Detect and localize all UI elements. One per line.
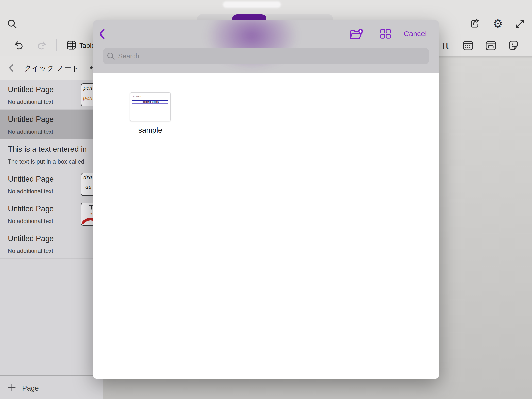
search-icon — [107, 52, 115, 60]
keyboard-icon[interactable] — [463, 41, 473, 50]
page-row-subtitle: No additional text — [8, 248, 53, 254]
toolbar-divider — [56, 39, 57, 51]
page-row[interactable]: Untitled Page No additional text pen pen — [0, 80, 103, 110]
notebook-title: クイック ノート — [24, 64, 79, 73]
page-row-selected[interactable]: Untitled Page No additional text — [0, 110, 103, 139]
document-date: 2021/09/21 — [133, 96, 141, 97]
table-icon — [67, 40, 76, 51]
page-row[interactable]: Untitled Page No additional text — [0, 199, 103, 229]
document-rule-line — [132, 103, 168, 104]
notebook-header: クイック ノート — [0, 62, 103, 75]
share-icon[interactable] — [469, 18, 480, 29]
settings-gear-icon[interactable]: ⚙ — [492, 18, 504, 30]
undo-icon[interactable] — [14, 40, 24, 50]
page-row-subtitle: No additional text — [8, 188, 53, 195]
page-row-title: Untitled Page — [8, 175, 54, 183]
handwriting-text: pen — [83, 94, 93, 101]
cancel-button[interactable]: Cancel — [404, 30, 427, 38]
page-row-subtitle: No additional text — [8, 218, 53, 225]
file-picker-header: Cancel — [93, 20, 439, 73]
search-field[interactable] — [103, 48, 429, 64]
page-row-subtitle: The text is put in a box called — [8, 158, 84, 165]
sidebar-separator-bottom — [0, 375, 103, 376]
document-heading: Projectile Motion — [130, 101, 170, 103]
page-row[interactable]: Untitled Page No additional text — [0, 229, 103, 259]
redo-icon[interactable] — [36, 40, 47, 50]
add-page-label: Page — [22, 384, 39, 392]
page-row-subtitle: No additional text — [8, 99, 53, 105]
file-picker-body: 2021/09/21 Projectile Motion sample — [93, 73, 439, 379]
handwriting-text: dra — [83, 174, 92, 181]
page-row[interactable]: This is a text entered in The text is pu… — [0, 139, 103, 169]
handwriting-text: au — [85, 183, 92, 190]
back-chevron-icon[interactable] — [8, 64, 14, 73]
grid-view-icon[interactable] — [380, 29, 391, 40]
file-item-sample[interactable]: 2021/09/21 Projectile Motion sample — [130, 92, 171, 134]
page-row-title: Untitled Page — [8, 115, 54, 124]
search-input[interactable] — [118, 52, 429, 60]
page-row-title: Untitled Page — [8, 204, 54, 213]
document-thumbnail: 2021/09/21 Projectile Motion — [130, 92, 171, 121]
cards-panel-icon[interactable] — [486, 41, 496, 50]
plus-icon — [8, 384, 16, 393]
page-list: Untitled Page No additional text pen pen… — [0, 80, 103, 259]
page-row-title: This is a text entered in — [8, 145, 87, 154]
handwriting-text: pen — [83, 84, 92, 91]
background-page-top — [223, 1, 281, 8]
new-folder-icon[interactable] — [349, 28, 363, 41]
file-name-label: sample — [130, 126, 171, 134]
page-row[interactable]: Untitled Page No additional text dra au — [0, 169, 103, 199]
expand-icon[interactable] — [515, 19, 525, 29]
more-options-icon[interactable] — [90, 66, 93, 69]
search-icon[interactable] — [7, 19, 17, 29]
sticker-icon[interactable] — [508, 40, 519, 50]
add-page-button[interactable]: Page — [0, 382, 103, 394]
page-row-title: Untitled Page — [8, 85, 54, 94]
file-picker-dialog: Cancel 2021/09/21 Projectile Motion samp… — [93, 20, 439, 379]
page-row-subtitle: No additional text — [8, 128, 53, 135]
table-button[interactable]: Table — [67, 40, 95, 51]
dialog-back-chevron-icon[interactable] — [99, 28, 105, 41]
page-row-title: Untitled Page — [8, 234, 54, 243]
math-pi-icon[interactable]: π — [440, 39, 451, 51]
